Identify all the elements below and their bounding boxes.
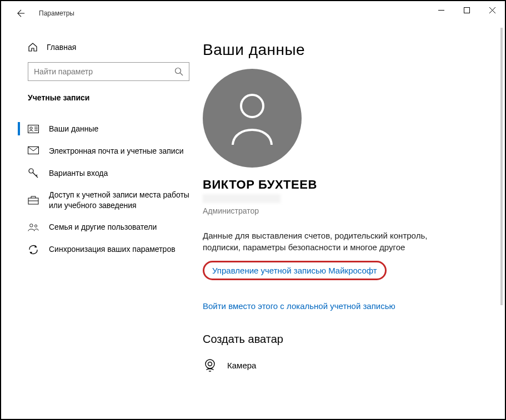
user-silhouette-icon	[227, 90, 277, 146]
svg-point-21	[208, 362, 212, 366]
svg-point-4	[176, 68, 181, 74]
home-icon	[28, 42, 38, 52]
user-role: Администратор	[203, 206, 492, 215]
back-button[interactable]	[12, 4, 30, 22]
nav-item-family[interactable]: Семья и другие пользователи	[1, 216, 198, 239]
svg-line-14	[36, 175, 37, 176]
minimize-button[interactable]	[428, 1, 454, 19]
vertical-scrollbar[interactable]	[500, 28, 503, 305]
sidebar: Главная Учетные записи Ваши данные Элект…	[1, 26, 198, 419]
nav-item-sync[interactable]: Синхронизация ваших параметров	[1, 239, 198, 261]
search-icon	[174, 67, 183, 76]
svg-rect-1	[464, 7, 469, 13]
sync-icon	[28, 244, 39, 255]
nav-label: Семья и другие пользователи	[49, 222, 157, 232]
user-name: ВИКТОР БУХТЕЕВ	[203, 178, 492, 192]
nav-label: Синхронизация ваших параметров	[49, 244, 176, 255]
search-box[interactable]	[28, 62, 189, 81]
nav-item-signin-options[interactable]: Варианты входа	[1, 162, 198, 184]
svg-point-17	[30, 224, 33, 226]
camera-icon	[203, 358, 217, 372]
nav-list: Ваши данные Электронная почта и учетные …	[1, 118, 198, 261]
close-button[interactable]	[479, 1, 505, 19]
maximize-button[interactable]	[454, 1, 479, 19]
titlebar: Параметры	[1, 1, 505, 26]
home-link[interactable]: Главная	[1, 39, 198, 55]
nav-label: Электронная почта и учетные записи	[49, 146, 183, 156]
camera-label: Камера	[227, 361, 256, 370]
window-controls	[428, 1, 505, 19]
mail-icon	[28, 145, 39, 156]
people-icon	[28, 222, 39, 233]
svg-point-7	[30, 127, 32, 129]
svg-point-20	[206, 360, 214, 368]
arrow-left-icon	[17, 9, 25, 17]
svg-point-18	[34, 225, 37, 227]
search-input[interactable]	[34, 67, 174, 76]
svg-point-19	[241, 95, 263, 117]
user-email-redacted	[203, 194, 280, 203]
nav-label: Ваши данные	[49, 124, 98, 134]
minimize-icon	[438, 7, 444, 13]
svg-line-5	[181, 73, 183, 76]
key-icon	[28, 168, 39, 179]
home-label: Главная	[47, 43, 76, 52]
camera-option[interactable]: Камера	[203, 358, 492, 372]
nav-item-email-accounts[interactable]: Электронная почта и учетные записи	[1, 140, 198, 162]
svg-point-12	[29, 169, 33, 173]
local-account-login-link[interactable]: Войти вместо этого с локальной учетной з…	[203, 301, 492, 311]
page-title: Ваши данные	[203, 41, 492, 59]
category-label: Учетные записи	[1, 93, 198, 102]
nav-item-your-info[interactable]: Ваши данные	[1, 118, 198, 140]
avatar	[203, 69, 302, 168]
nav-label: Варианты входа	[49, 168, 108, 179]
window-title: Параметры	[39, 9, 74, 17]
maximize-icon	[464, 7, 470, 13]
person-card-icon	[28, 123, 39, 134]
nav-item-work-school[interactable]: Доступ к учетной записи места работы или…	[1, 184, 198, 216]
briefcase-icon	[28, 195, 39, 206]
close-icon	[489, 7, 495, 13]
main-content: Ваши данные ВИКТОР БУХТЕЕВ Администратор…	[198, 26, 505, 419]
account-description: Данные для выставления счетов, родительс…	[203, 230, 447, 253]
nav-label: Доступ к учетной записи места работы или…	[49, 190, 189, 211]
create-avatar-header: Создать аватар	[203, 333, 492, 346]
manage-microsoft-account-link[interactable]: Управление учетной записью Майкрософт	[203, 261, 387, 280]
